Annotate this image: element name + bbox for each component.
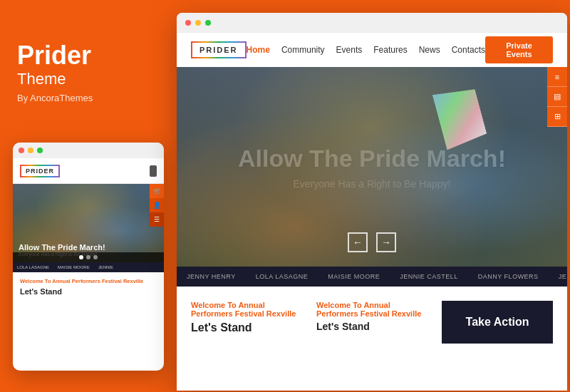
- nav-community[interactable]: Community: [281, 45, 325, 55]
- hero-arrows: ← →: [348, 232, 396, 252]
- left-panel: Prider Theme By AncoraThemes PRIDER Allo…: [0, 0, 177, 392]
- nav-news[interactable]: News: [419, 45, 440, 55]
- hero-section: Allow The Pride March! Everyone Has a Ri…: [177, 67, 567, 267]
- mobile-performers: LOLA LASAGNE MAISIE MOORE JENNIE: [13, 262, 164, 272]
- mobile-hero-title: Allow The Pride March!: [19, 243, 158, 252]
- mobile-section-title: Let's Stand: [20, 287, 157, 296]
- mobile-side-icons: 🛒 👤 ☰: [150, 184, 164, 227]
- mobile-titlebar: [13, 143, 164, 158]
- bottom-center-col: Welcome To Annual Performers Festival Re…: [316, 301, 428, 344]
- brand-title: Prider: [17, 43, 160, 68]
- ticker-maisie-moore: MAISIE MOORE: [318, 273, 390, 280]
- mobile-bottom-content: Welcome To Annual Performers Festival Re…: [13, 272, 164, 302]
- dot-red: [19, 148, 24, 153]
- ticker-jenny-henry-2: JENNY HENRY: [549, 273, 567, 280]
- mobile-cart-icon[interactable]: 🛒: [150, 184, 164, 198]
- sidebar-ctrl-3[interactable]: ⊞: [547, 107, 567, 127]
- nav-events[interactable]: Events: [336, 45, 363, 55]
- hero-dot-3: [93, 255, 98, 259]
- mobile-hero: Allow The Pride March! Everyone Has a Ri…: [13, 184, 164, 262]
- mobile-navbar: PRIDER: [13, 158, 164, 184]
- dot-green: [37, 148, 43, 153]
- bottom-left-heading: Let's Stand: [191, 321, 302, 336]
- nav-home[interactable]: Home: [247, 45, 270, 55]
- hero-dot-1: [79, 255, 83, 259]
- private-events-button[interactable]: Private Events: [485, 36, 553, 63]
- brand-by: By AncoraThemes: [17, 93, 160, 103]
- mobile-logo: PRIDER: [20, 165, 60, 177]
- nav-contacts[interactable]: Contacts: [452, 45, 485, 55]
- bottom-center-label: Welcome To Annual Performers Festival Re…: [316, 301, 428, 318]
- nav-features[interactable]: Features: [373, 45, 407, 55]
- browser-dot-yellow: [195, 20, 201, 26]
- mobile-performer-3: JENNIE: [94, 262, 118, 272]
- browser-titlebar: [177, 13, 567, 33]
- mobile-menu-icon[interactable]: ☰: [150, 212, 164, 227]
- mobile-preview-card: PRIDER Allow The Pride March! Everyone H…: [13, 143, 164, 371]
- mobile-hamburger-icon[interactable]: [150, 165, 157, 177]
- ticker-lola-lasagne: LOLA LASAGNE: [246, 273, 318, 280]
- ticker-danny-flowers: DANNY FLOWERS: [468, 273, 549, 280]
- bottom-right-col: Take Action: [442, 301, 553, 344]
- sidebar-controls: ≡ ▤ ⊞: [547, 67, 567, 127]
- mobile-performer-1: LOLA LASAGNE: [13, 262, 53, 272]
- browser-dot-green: [205, 20, 211, 26]
- sidebar-ctrl-1[interactable]: ≡: [547, 67, 567, 87]
- take-action-box: Take Action: [442, 301, 553, 344]
- mobile-section-label: Welcome To Annual Performers Festival Re…: [20, 278, 157, 284]
- ticker-jenny-henry: JENNY HENRY: [177, 273, 246, 280]
- sidebar-ctrl-2[interactable]: ▤: [547, 87, 567, 107]
- brand-subtitle: Theme: [17, 70, 160, 88]
- browser-bottom: Welcome To Annual Performers Festival Re…: [177, 287, 567, 344]
- mobile-user-icon[interactable]: 👤: [150, 198, 164, 212]
- mobile-hero-dots: [13, 252, 164, 262]
- browser-navbar: PRIDER Home Community Events Features Ne…: [177, 33, 567, 67]
- hero-dot-2: [86, 255, 90, 259]
- performers-ticker: JENNY HENRY LOLA LASAGNE MAISIE MOORE JE…: [177, 267, 567, 287]
- dot-yellow: [28, 148, 33, 153]
- browser-window: PRIDER Home Community Events Features Ne…: [177, 13, 567, 391]
- bottom-center-heading: Let's Stand: [316, 321, 428, 332]
- ticker-jennie-castell: JENNIE CASTELL: [390, 273, 468, 280]
- bottom-left-label: Welcome To Annual Performers Festival Re…: [191, 301, 302, 318]
- nav-links: Home Community Events Features News Cont…: [247, 45, 485, 55]
- mobile-performer-2: MAISIE MOORE: [53, 262, 94, 272]
- bottom-left-col: Welcome To Annual Performers Festival Re…: [191, 301, 302, 344]
- browser-logo: PRIDER: [191, 41, 247, 58]
- hero-prev-arrow[interactable]: ←: [348, 232, 368, 252]
- browser-dot-red: [185, 20, 191, 26]
- hero-next-arrow[interactable]: →: [376, 232, 396, 252]
- take-action-heading: Take Action: [466, 316, 529, 329]
